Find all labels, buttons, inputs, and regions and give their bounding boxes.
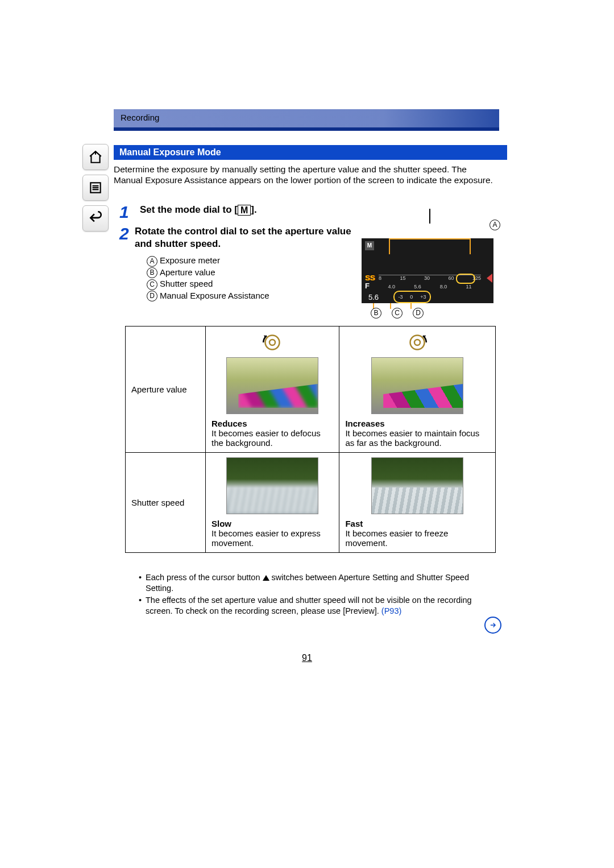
screen-diagram: A M SS F 8153060125 4.05.68.011 5.6 -30+ <box>362 224 496 319</box>
red-arrow-icon <box>487 274 492 283</box>
row-label-shutter: Shutter speed <box>126 453 206 553</box>
step-1: 1 Set the mode dial to [M]. <box>119 204 483 221</box>
home-icon[interactable] <box>82 144 109 170</box>
cell-shutter-slow: Slow It becomes easier to express moveme… <box>206 453 339 553</box>
svg-point-6 <box>410 336 425 350</box>
note-2: The effects of the set aperture value an… <box>146 595 499 617</box>
breadcrumb-bar: Recording <box>114 109 499 131</box>
next-page-icon[interactable] <box>484 617 501 634</box>
legend-list: AExposure meter BAperture value CShutter… <box>147 255 269 301</box>
nav-icon-column <box>82 144 107 236</box>
step-2-text: Rotate the control dial to set the apert… <box>135 225 364 250</box>
notes-list: •Each press of the cursor button switche… <box>139 572 499 617</box>
svg-point-7 <box>414 340 420 345</box>
annotation-a: A <box>489 219 503 230</box>
step-number: 2 <box>119 225 135 242</box>
f-scale: 4.05.68.011 <box>379 284 481 290</box>
annotation-c: C <box>392 308 403 319</box>
sample-image-fast <box>371 457 463 514</box>
page-number: 91 <box>0 653 614 663</box>
aperture-readout: 5.6 <box>368 293 379 301</box>
intro-paragraph: Determine the exposure by manually setti… <box>114 164 496 186</box>
cell-shutter-fast: Fast It becomes easier to freeze movemen… <box>339 453 496 553</box>
dial-right-icon <box>406 331 429 354</box>
note-1: Each press of the cursor button switches… <box>146 572 499 594</box>
legend-marker-c: C <box>147 279 157 290</box>
cell-aperture-increases: Increases It becomes easier to maintain … <box>339 326 496 453</box>
up-arrow-icon <box>263 575 269 581</box>
sample-image-defocus <box>226 357 318 414</box>
menu-icon[interactable] <box>82 175 109 201</box>
step-1-text: Set the mode dial to [M]. <box>140 204 257 216</box>
row-label-aperture: Aperture value <box>126 326 206 453</box>
legend-marker-b: B <box>147 267 157 278</box>
annotation-b: B <box>371 308 381 319</box>
dial-left-icon <box>261 331 284 354</box>
camera-screen: M SS F 8153060125 4.05.68.011 5.6 -30+3 <box>362 238 493 303</box>
ev-meter: -30+3 <box>393 291 431 303</box>
mode-m-icon: M <box>238 205 251 216</box>
step-number: 1 <box>119 204 140 221</box>
mode-indicator: M <box>365 241 374 250</box>
sample-image-focus <box>371 357 463 414</box>
step-2: 2 Rotate the control dial to set the ape… <box>119 225 364 250</box>
annotation-d: D <box>413 308 424 319</box>
f-label: F <box>365 282 370 290</box>
svg-point-5 <box>269 340 275 345</box>
ss-label: SS <box>365 274 375 282</box>
page-link-p93[interactable]: (P93) <box>381 606 401 615</box>
section-heading: Manual Exposure Mode <box>114 145 507 160</box>
legend-marker-d: D <box>147 291 157 301</box>
breadcrumb-label: Recording <box>114 109 499 126</box>
cell-aperture-reduces: Reduces It becomes easier to defocus the… <box>206 326 339 453</box>
back-icon[interactable] <box>82 205 109 232</box>
manual-page: Recording Manual Exposure Mode Determine… <box>0 0 614 868</box>
sample-image-slow <box>226 457 318 514</box>
svg-point-4 <box>265 336 280 350</box>
effects-table: Aperture value Reduces It becomes easier… <box>125 326 496 553</box>
legend-marker-a: A <box>147 256 157 267</box>
